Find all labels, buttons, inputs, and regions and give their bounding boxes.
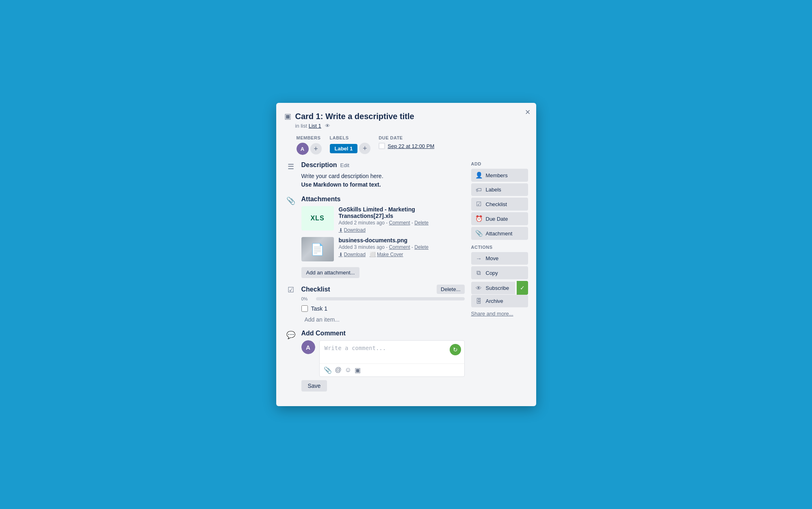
card-title: Card 1: Write a descriptive title: [295, 111, 528, 122]
attachments-content: Attachments XLS GoSkills Limited - Marke…: [301, 196, 465, 278]
due-date-sidebar-button[interactable]: ⏰ Due Date: [471, 212, 528, 225]
description-section: ☰ Description Edit Write your card descr…: [284, 161, 465, 189]
emoji-icon[interactable]: ☺: [345, 366, 351, 374]
checklist-delete-button[interactable]: Delete...: [437, 285, 464, 294]
progress-bar-bg: [316, 297, 465, 300]
mention-icon[interactable]: @: [335, 366, 342, 374]
make-cover-link[interactable]: ⬜ Make Cover: [370, 252, 403, 257]
members-sidebar-button[interactable]: 👤 Members: [471, 169, 528, 182]
labels-btn-label: Labels: [486, 187, 501, 193]
add-item-button[interactable]: Add an item...: [301, 314, 343, 325]
checklist-section-icon: ☑: [284, 285, 297, 294]
checklist-icon: ☑: [475, 200, 483, 208]
avatar-placeholder: A: [297, 143, 309, 155]
format-icon[interactable]: ▣: [355, 366, 361, 374]
members-btn-label: Members: [486, 172, 508, 178]
attachment-meta-text: Added 2 minutes ago: [339, 220, 385, 226]
comment-title: Add Comment: [301, 330, 346, 337]
checklist-item: Task 1: [301, 304, 465, 313]
members-label: Members: [297, 135, 322, 140]
move-label: Move: [486, 255, 499, 261]
description-title: Description: [301, 161, 337, 169]
attachment-delete-link[interactable]: Delete: [414, 244, 429, 250]
labels-icon: 🏷: [475, 186, 483, 193]
cover-icon: ⬜: [370, 252, 376, 257]
download-label: Download: [344, 252, 366, 257]
members-list: A +: [297, 143, 322, 155]
due-date-value[interactable]: Sep 22 at 12:00 PM: [388, 143, 434, 149]
modal-header: ▣ Card 1: Write a descriptive title in l…: [276, 103, 536, 132]
add-attachment-button[interactable]: Add an attachment...: [301, 267, 360, 278]
labels-sidebar-button[interactable]: 🏷 Labels: [471, 183, 528, 196]
attachment-item: 📄 business-documents.png Added 3 minutes…: [301, 237, 465, 261]
subscribe-row: 👁 Subscribe ✓: [471, 281, 528, 295]
checklist-section: ☑ Checklist Delete... 0%: [284, 285, 465, 323]
card-icon: ▣: [284, 112, 291, 121]
metadata-row: Members A + Labels Label 1 + Due Date: [276, 132, 536, 161]
comment-input-section: A ↻ 📎 @ ☺ ▣: [301, 340, 465, 377]
description-line1: Write your card description here.: [301, 172, 465, 181]
share-more-link[interactable]: Share and more...: [471, 309, 528, 318]
download-icon: ⬇: [339, 252, 343, 257]
copy-icon: ⧉: [475, 269, 483, 276]
attachment-actions: ⬇ Download: [339, 227, 465, 233]
archive-label: Archive: [486, 298, 503, 304]
card-subtitle: in list List 1 👁: [295, 123, 528, 129]
progress-pct: 0%: [301, 296, 313, 301]
add-member-button[interactable]: +: [310, 143, 322, 154]
add-item-area: Add an item...: [301, 316, 465, 323]
comment-avatar: A: [301, 340, 315, 354]
subscribe-button[interactable]: 👁 Subscribe: [471, 282, 515, 294]
comment-input[interactable]: [320, 341, 464, 362]
subtitle-prefix: in list: [295, 123, 309, 129]
label-tag[interactable]: Label 1: [330, 144, 358, 153]
subscribe-check-icon[interactable]: ✓: [517, 281, 528, 295]
members-icon: 👤: [475, 172, 483, 179]
attachments-section: 📎 Attachments XLS GoSkills Limited - Mar…: [284, 196, 465, 278]
due-date-btn-label: Due Date: [486, 216, 508, 222]
progress-row: 0%: [301, 296, 465, 301]
attachment-download-link[interactable]: ⬇ Download: [339, 227, 366, 233]
checklist-header-row: Checklist Delete...: [301, 285, 465, 294]
due-date-label: Due Date: [379, 135, 434, 140]
checklist-checkbox[interactable]: [301, 305, 308, 312]
attachment-info: business-documents.png Added 3 minutes a…: [339, 237, 465, 257]
comment-toolbar: 📎 @ ☺ ▣: [320, 363, 464, 376]
archive-button[interactable]: 🗄 Archive: [471, 295, 528, 307]
list-link[interactable]: List 1: [309, 123, 321, 129]
attachment-sidebar-button[interactable]: 📎 Attachment: [471, 227, 528, 240]
comment-avatar-img: A: [301, 340, 315, 354]
copy-button[interactable]: ⧉ Copy: [471, 266, 528, 279]
attachment-thumb-xls: XLS: [301, 206, 334, 231]
img-preview: 📄: [301, 237, 334, 261]
watch-icon[interactable]: 👁: [325, 123, 330, 129]
comment-save-button[interactable]: Save: [301, 380, 327, 392]
download-label: Download: [344, 227, 366, 233]
description-header: Description Edit: [301, 161, 465, 169]
attachment-info: GoSkills Limited - Marketing Transaction…: [339, 206, 465, 233]
attachment-delete-link[interactable]: Delete: [414, 220, 429, 226]
description-edit-link[interactable]: Edit: [340, 162, 349, 168]
copy-label: Copy: [486, 270, 498, 276]
actions-section-title: Actions: [471, 245, 528, 250]
attachment-download-link[interactable]: ⬇ Download: [339, 252, 366, 257]
attachment-actions: ⬇ Download ⬜ Make Cover: [339, 252, 465, 257]
description-content: Description Edit Write your card descrip…: [301, 161, 465, 189]
attach-icon[interactable]: 📎: [324, 366, 332, 374]
attachment-comment-link[interactable]: Comment: [389, 244, 410, 250]
add-comment-section: 💬 Add Comment A ↻: [284, 330, 465, 392]
attachment-name: GoSkills Limited - Marketing Transaction…: [339, 206, 465, 219]
xls-label: XLS: [310, 215, 324, 222]
close-button[interactable]: ×: [525, 108, 531, 117]
avatar[interactable]: A: [297, 143, 309, 155]
comment-submit-button[interactable]: ↻: [450, 344, 461, 355]
description-icon: ☰: [284, 162, 297, 171]
attachment-comment-link[interactable]: Comment: [389, 220, 410, 226]
add-label-button[interactable]: +: [359, 143, 370, 154]
move-button[interactable]: → Move: [471, 252, 528, 265]
due-date-checkbox[interactable]: [379, 143, 385, 149]
attachment-meta: Added 3 minutes ago - Comment - Delete: [339, 244, 465, 250]
checklist-sidebar-button[interactable]: ☑ Checklist: [471, 198, 528, 211]
checklist-item-label: Task 1: [311, 305, 327, 312]
comment-input-wrapper: ↻ 📎 @ ☺ ▣: [319, 340, 465, 377]
